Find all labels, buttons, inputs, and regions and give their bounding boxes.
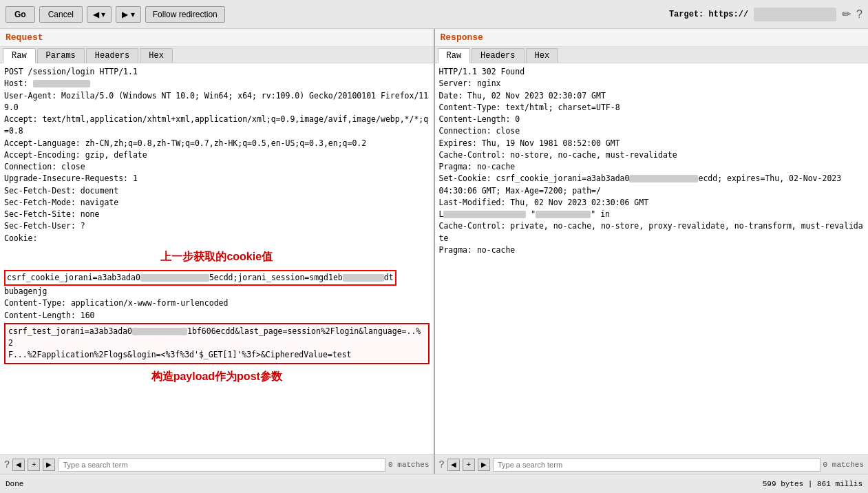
response-content[interactable]: HTTP/1.1 302 Found Server: nginx Date: T…	[435, 63, 869, 454]
target-url-display	[754, 8, 836, 21]
payload-line1: csrf_test_jorani=a3ab3ada0 1bf606ecdd&la…	[8, 326, 425, 350]
toolbar: Go Cancel ◀ ▾ ▶ ▾ Follow redirection Tar…	[0, 0, 868, 29]
response-search-bar: ? ◀ + ▶ 0 matches	[435, 454, 869, 474]
payload-line2: F...%2Fapplication%2Flogs&login=<%3f%3d'…	[8, 349, 425, 361]
status-bar: Done 599 bytes | 861 millis	[0, 474, 868, 493]
main-area: Request Raw Params Headers Hex POST /ses…	[0, 29, 868, 474]
tab-request-params[interactable]: Params	[37, 48, 85, 63]
forward-button[interactable]: ▶ ▾	[116, 6, 140, 23]
back-button[interactable]: ◀ ▾	[87, 6, 112, 23]
request-matches: 0 matches	[388, 461, 429, 469]
content-type-length: Content-Type: application/x-www-form-url…	[4, 297, 430, 322]
response-search-prev[interactable]: ◀	[447, 459, 460, 471]
follow-redirection-button[interactable]: Follow redirection	[145, 6, 225, 23]
response-lines: HTTP/1.1 302 Found Server: nginx Date: T…	[439, 66, 865, 256]
go-button[interactable]: Go	[6, 6, 35, 23]
cookie-value-box: csrf_cookie_jorani=a3ab3ada0 5ecdd;joran…	[4, 270, 396, 286]
payload-box: csrf_test_jorani=a3ab3ada0 1bf606ecdd&la…	[4, 323, 430, 364]
response-search-input[interactable]	[493, 458, 821, 472]
response-search-next[interactable]: +	[463, 459, 475, 471]
tab-request-headers[interactable]: Headers	[86, 48, 138, 63]
request-search-prev[interactable]: ◀	[12, 459, 25, 471]
tab-response-hex[interactable]: Hex	[526, 48, 559, 63]
tab-response-raw[interactable]: Raw	[438, 48, 471, 63]
help-button[interactable]: ?	[856, 8, 862, 21]
request-lines: POST /session/login HTTP/1.1 Host: User-…	[4, 66, 430, 244]
target-label: Target: https://	[669, 10, 748, 19]
request-search-input[interactable]	[58, 458, 385, 472]
cookie-value: csrf_cookie_jorani=a3ab3ada0 5ecdd;joran…	[7, 272, 394, 284]
request-search-bar: ? ◀ + ▶ 0 matches	[0, 454, 434, 474]
request-search-options[interactable]: ▶	[43, 459, 55, 471]
request-title: Request	[0, 29, 434, 47]
response-pane: Response Raw Headers Hex HTTP/1.1 302 Fo…	[435, 29, 869, 474]
edit-target-button[interactable]: ✏	[842, 8, 851, 21]
payload-annotation: 构造payload作为post参数	[4, 370, 430, 384]
request-tabs: Raw Params Headers Hex	[0, 47, 434, 63]
target-area: Target: https:// ✏ ?	[669, 8, 862, 21]
response-tabs: Raw Headers Hex	[435, 47, 869, 63]
cookie-suffix: bubagenjg	[4, 286, 430, 297]
response-matches: 0 matches	[823, 461, 864, 469]
tab-request-hex[interactable]: Hex	[140, 48, 173, 63]
response-help-icon[interactable]: ?	[439, 459, 445, 470]
response-search-options[interactable]: ▶	[478, 459, 490, 471]
host-blurred	[33, 80, 90, 87]
tab-response-headers[interactable]: Headers	[472, 48, 524, 63]
status-done: Done	[6, 480, 23, 488]
request-pane: Request Raw Params Headers Hex POST /ses…	[0, 29, 435, 474]
status-size: 599 bytes | 861 millis	[763, 480, 862, 488]
cancel-button[interactable]: Cancel	[39, 6, 83, 23]
request-content[interactable]: POST /session/login HTTP/1.1 Host: User-…	[0, 63, 434, 454]
response-title: Response	[435, 29, 869, 47]
request-help-icon[interactable]: ?	[4, 459, 10, 470]
request-search-next[interactable]: +	[28, 459, 40, 471]
tab-request-raw[interactable]: Raw	[3, 48, 36, 63]
cookie-annotation: 上一步获取的cookie值	[4, 250, 430, 264]
